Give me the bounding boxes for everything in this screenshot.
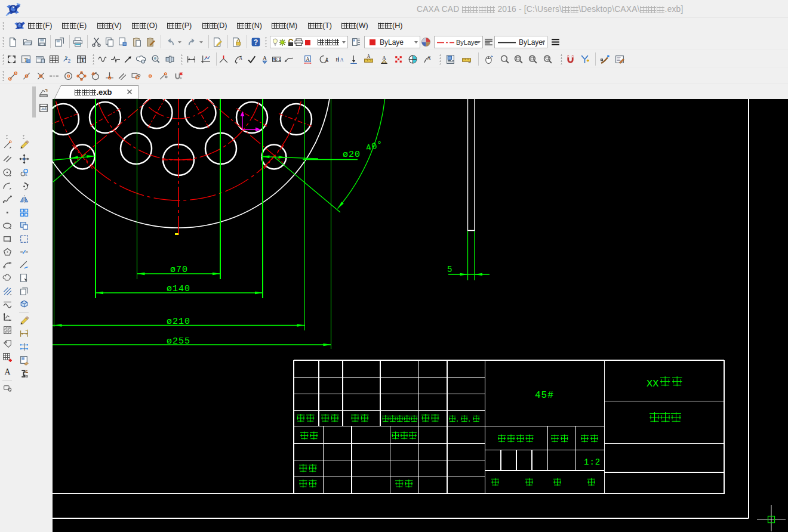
svg-text:A: A (239, 55, 243, 60)
svg-text:2: 2 (68, 57, 71, 63)
svg-text:ø70: ø70 (170, 265, 188, 275)
svg-text:A: A (263, 54, 267, 61)
svg-text:40°: 40° (365, 140, 384, 154)
svg-text:A: A (340, 56, 344, 62)
svg-text:ø210: ø210 (167, 317, 190, 327)
svg-text:ø140: ø140 (167, 284, 190, 294)
svg-text:x: x (206, 55, 208, 58)
svg-text:A: A (382, 55, 386, 61)
svg-text:ø255: ø255 (167, 336, 190, 347)
svg-text:1:2: 1:2 (584, 457, 601, 467)
svg-text:A: A (306, 55, 310, 61)
svg-text:T: T (81, 57, 85, 63)
svg-text:A: A (427, 54, 432, 60)
svg-text:A: A (367, 54, 371, 59)
svg-text:?: ? (253, 38, 257, 46)
svg-text:45#: 45# (535, 390, 554, 401)
svg-text:ø20: ø20 (343, 150, 361, 160)
svg-text:A: A (4, 367, 10, 376)
svg-text:XX: XX (647, 378, 658, 389)
svg-text:0.1: 0.1 (275, 57, 281, 61)
svg-text:5: 5 (447, 265, 453, 274)
